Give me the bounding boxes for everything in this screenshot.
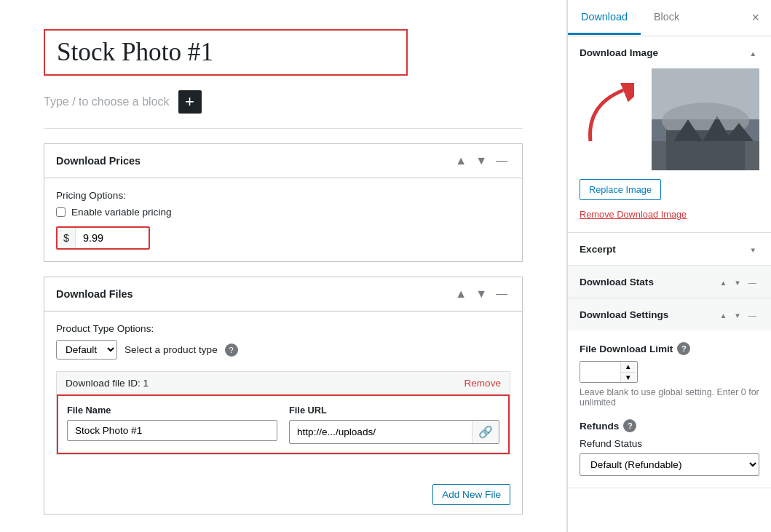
metabox-prices-title: Download Prices (56, 155, 446, 167)
image-svg (652, 68, 759, 170)
download-settings-dash-btn[interactable] (746, 307, 759, 322)
product-type-options-label: Product Type Options: (56, 323, 510, 334)
variable-pricing-row: Enable variable pricing (56, 207, 510, 218)
add-new-file-button[interactable]: Add New File (432, 484, 510, 505)
red-arrow-icon (583, 83, 634, 148)
price-input-wrapper: $ (56, 226, 150, 250)
download-image-collapse-btn[interactable] (747, 45, 760, 60)
excerpt-title: Excerpt (580, 244, 747, 255)
file-url-input[interactable] (290, 422, 472, 442)
download-settings-header[interactable]: Download Settings (568, 298, 771, 330)
replace-image-button[interactable]: Replace Image (580, 179, 661, 200)
metabox-files-footer: Add New File (44, 475, 522, 514)
download-image-preview (652, 68, 759, 170)
product-type-help-icon[interactable]: ? (225, 344, 238, 357)
right-sidebar: Download Block × Download Image (567, 0, 771, 532)
metabox-files-controls: ▲ ▼ — (452, 286, 510, 302)
download-settings-down-btn[interactable] (731, 307, 744, 322)
prices-collapse-up-btn[interactable]: ▲ (452, 153, 470, 169)
metabox-files-body: Product Type Options: Default Bundle Ser… (44, 311, 522, 475)
refunds-label: Refunds (580, 421, 619, 432)
download-stats-down-btn[interactable] (731, 274, 744, 289)
file-download-limit-label-wrapper: File Download Limit ? (580, 342, 759, 355)
number-spinners: ▲ ▼ (620, 362, 636, 382)
download-stats-controls (717, 274, 759, 289)
sidebar-close-button[interactable]: × (740, 0, 771, 36)
download-settings-up-btn[interactable] (717, 307, 730, 322)
file-name-field: File Name (67, 405, 277, 444)
download-image-header[interactable]: Download Image (568, 36, 771, 68)
select-product-type-label: Select a product type (124, 344, 218, 355)
svg-rect-9 (652, 68, 759, 119)
metabox-prices-body: Pricing Options: Enable variable pricing… (44, 178, 522, 261)
download-image-section: Download Image (568, 36, 771, 233)
pricing-options-label: Pricing Options: (56, 190, 510, 201)
file-url-label: File URL (289, 405, 499, 416)
file-download-limit-description: Leave blank to use global setting. Enter… (580, 387, 759, 408)
spinner-up-btn[interactable]: ▲ (621, 362, 636, 373)
download-stats-up-btn[interactable] (717, 274, 730, 289)
download-files-metabox: Download Files ▲ ▼ — Product Type Option… (44, 277, 523, 515)
file-url-wrapper: 🔗 (289, 420, 499, 444)
files-collapse-up-btn[interactable]: ▲ (452, 286, 470, 302)
files-drag-handle[interactable]: — (493, 286, 510, 302)
download-image-title: Download Image (580, 47, 747, 58)
file-download-limit-help-icon[interactable]: ? (677, 342, 690, 355)
download-image-controls (747, 45, 760, 60)
excerpt-collapse-btn[interactable] (747, 242, 760, 256)
metabox-files-title: Download Files (56, 288, 446, 300)
product-type-row: Default Bundle Service Select a product … (56, 340, 510, 360)
download-stats-header[interactable]: Download Stats (568, 266, 771, 298)
file-download-limit-label: File Download Limit (580, 344, 673, 354)
block-placeholder-text: Type / to choose a block (44, 95, 170, 108)
price-prefix: $ (58, 228, 76, 248)
file-download-id-label: Download file ID: 1 (66, 378, 149, 389)
tab-block[interactable]: Block (641, 1, 692, 35)
block-placeholder-row: Type / to choose a block + (44, 90, 523, 114)
remove-download-image-link[interactable]: Remove Download Image (580, 209, 687, 220)
file-fields-wrapper: File Name File URL 🔗 (57, 394, 510, 454)
prices-collapse-down-btn[interactable]: ▼ (473, 153, 490, 169)
refunds-label-wrapper: Refunds ? (580, 419, 759, 432)
editor-content: Stock Photo #1 Type / to choose a block … (0, 0, 566, 532)
file-download-limit-wrapper: ▲ ▼ (580, 361, 638, 383)
download-settings-section: Download Settings File Download Limit ? … (568, 298, 771, 488)
add-block-button[interactable]: + (178, 90, 202, 114)
tab-download[interactable]: Download (568, 1, 641, 35)
separator (44, 128, 523, 129)
post-title[interactable]: Stock Photo #1 (57, 38, 395, 67)
metabox-prices-header: Download Prices ▲ ▼ — (44, 144, 522, 178)
refund-status-label: Refund Status (580, 438, 759, 449)
download-stats-section: Download Stats (568, 266, 771, 298)
post-title-wrapper: Stock Photo #1 (44, 29, 408, 76)
sidebar-tabs: Download Block × (568, 0, 771, 36)
variable-pricing-label: Enable variable pricing (71, 207, 172, 218)
metabox-prices-controls: ▲ ▼ — (452, 153, 510, 169)
price-input[interactable] (76, 228, 149, 248)
file-download-limit-input[interactable] (580, 362, 620, 382)
url-link-icon[interactable]: 🔗 (472, 421, 499, 443)
download-image-container (580, 68, 759, 170)
download-settings-body: File Download Limit ? ▲ ▼ Leave blank to… (568, 330, 771, 488)
download-image-body: Replace Image Remove Download Image (568, 68, 771, 232)
download-stats-dash-btn[interactable] (746, 274, 759, 289)
download-settings-controls (717, 307, 759, 322)
spinner-down-btn[interactable]: ▼ (621, 373, 636, 383)
file-download-item-header: Download file ID: 1 Remove (57, 372, 510, 394)
prices-drag-handle[interactable]: — (493, 153, 510, 169)
file-name-label: File Name (67, 405, 277, 416)
file-download-item: Download file ID: 1 Remove File Name Fil… (56, 371, 510, 455)
product-type-select[interactable]: Default Bundle Service (56, 340, 117, 360)
download-stats-title: Download Stats (580, 277, 717, 287)
refunds-help-icon[interactable]: ? (623, 419, 636, 432)
file-name-input[interactable] (67, 420, 277, 441)
refund-status-select[interactable]: Default (Refundable) Refundable Non-Refu… (580, 453, 759, 476)
variable-pricing-checkbox[interactable] (56, 207, 66, 217)
file-url-field: File URL 🔗 (289, 405, 499, 444)
metabox-files-header: Download Files ▲ ▼ — (44, 277, 522, 311)
refunds-section: Refunds ? Refund Status Default (Refunda… (580, 419, 759, 476)
file-remove-link[interactable]: Remove (464, 378, 501, 389)
download-prices-metabox: Download Prices ▲ ▼ — Pricing Options: E… (44, 143, 523, 262)
files-collapse-down-btn[interactable]: ▼ (473, 286, 490, 302)
excerpt-section-header[interactable]: Excerpt (568, 233, 771, 266)
